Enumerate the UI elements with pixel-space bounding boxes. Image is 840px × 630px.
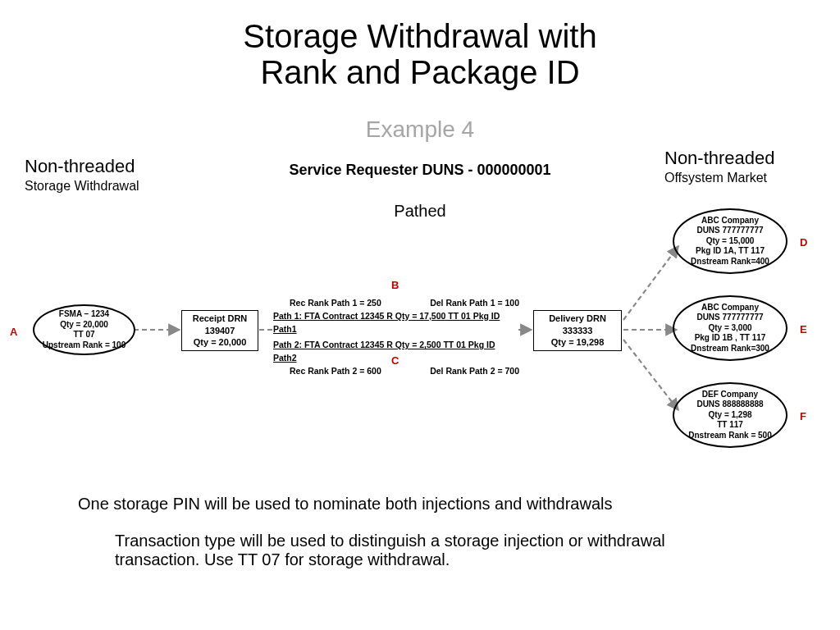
del-rank-1: Del Rank Path 1 = 100 [430,297,519,310]
node-f-ellipse: DEF Company DUNS 888888888 Qty = 1,298 T… [673,382,788,448]
node-f-l3: Qty = 1,298 [708,410,751,421]
node-e-l4: Pkg ID 1B , TT 117 [695,333,766,344]
receipt-l1: Receipt DRN [193,313,248,325]
title-line-1: Storage Withdrawal with [243,18,596,54]
receipt-rect: Receipt DRN 139407 Qty = 20,000 [181,310,258,351]
path-1: Path 1: FTA Contract 12345 R Qty = 17,50… [273,310,519,336]
node-d-l4: Pkg ID 1A, TT 117 [696,246,765,257]
rec-rank-2: Rec Rank Path 2 = 600 [273,365,381,378]
receipt-l3: Qty = 20,000 [194,336,247,349]
del-rank-2: Del Rank Path 2 = 700 [430,365,519,378]
note-1: One storage PIN will be used to nominate… [78,495,791,514]
node-d-l2: DUNS 777777777 [696,226,763,236]
heading-left-sub: Storage Withdrawal [25,179,139,194]
page-title: Storage Withdrawal with Rank and Package… [0,18,840,90]
node-f-l1: DEF Company [702,390,758,400]
node-a-l3: TT 07 [73,330,94,340]
node-e-l2: DUNS 777777777 [696,313,763,323]
node-d-l1: ABC Company [701,216,759,226]
label-f: F [800,410,806,422]
node-a-l1: FSMA – 1234 [59,309,109,320]
node-d-l3: Qty = 15,000 [706,236,755,247]
delivery-l1: Delivery DRN [549,313,606,325]
node-d-ellipse: ABC Company DUNS 777777777 Qty = 15,000 … [673,208,788,274]
title-line-2: Rank and Package ID [260,54,579,90]
delivery-l2: 333333 [563,325,593,337]
rec-rank-1: Rec Rank Path 1 = 250 [273,297,381,310]
node-f-l4: TT 117 [717,420,743,431]
label-b: B [391,279,399,291]
node-a-ellipse: FSMA – 1234 Qty = 20,000 TT 07 Upstream … [33,304,135,355]
node-e-l5: Dnstream Rank=300 [691,344,769,354]
label-c: C [391,354,399,367]
delivery-l3: Qty = 19,298 [551,336,605,349]
page-subtitle: Example 4 [0,116,840,143]
label-d: D [800,236,807,249]
label-a: A [10,326,17,338]
node-f-l2: DUNS 888888888 [696,399,763,410]
node-e-l3: Qty = 3,000 [708,323,751,334]
node-a-l4: Upstream Rank = 100 [43,340,126,351]
node-d-l5: Dnstream Rank=400 [691,257,769,267]
svg-line-5 [623,340,678,410]
svg-line-3 [623,246,678,320]
note-2: Transaction type will be used to disting… [115,532,738,569]
node-a-l2: Qty = 20,000 [60,320,108,331]
node-e-ellipse: ABC Company DUNS 777777777 Qty = 3,000 P… [673,295,788,361]
node-f-l5: Dnstream Rank = 500 [688,431,771,441]
service-requester: Service Requester DUNS - 000000001 [0,162,840,179]
node-e-l1: ABC Company [701,303,759,313]
receipt-l2: 139407 [205,325,235,337]
delivery-rect: Delivery DRN 333333 Qty = 19,298 [533,310,622,351]
label-e: E [800,323,807,336]
